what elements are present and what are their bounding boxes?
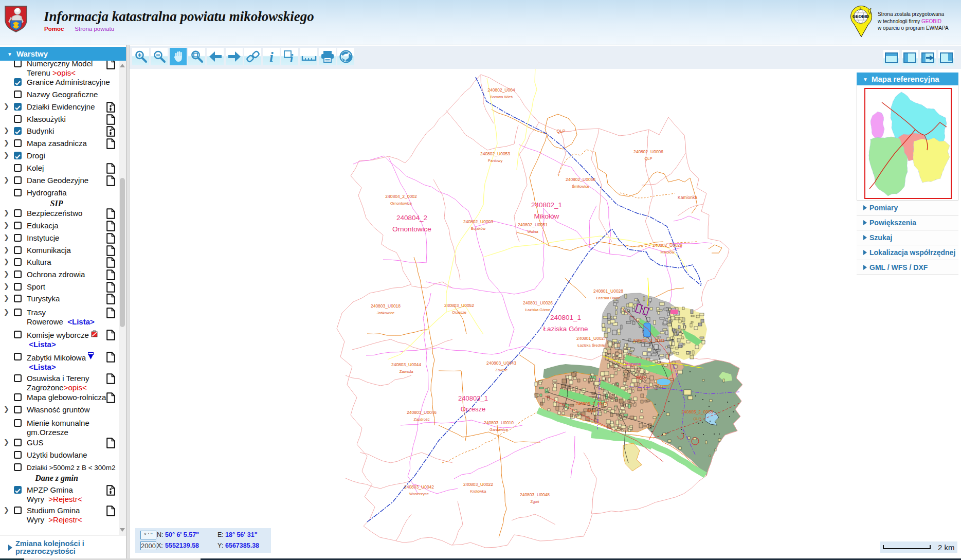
svg-text:Jaśkowice: Jaśkowice xyxy=(377,311,395,315)
svg-text:Orzesze: Orzesze xyxy=(461,405,485,413)
svg-text:QLP: QLP xyxy=(644,156,652,161)
svg-text:240805: 240805 xyxy=(626,362,641,367)
svg-text:240803_U0042: 240803_U0042 xyxy=(404,484,434,490)
svg-text:QLP: QLP xyxy=(693,417,701,421)
svg-text:240805_2_0008: 240805_2_0008 xyxy=(681,409,713,414)
svg-text:i: i xyxy=(269,49,274,64)
svg-text:Ornontowice: Ornontowice xyxy=(390,201,412,206)
svg-text:Orzesze: Orzesze xyxy=(452,310,466,315)
svg-text:240802_U004: 240802_U004 xyxy=(487,87,515,93)
svg-text:Ornontowice: Ornontowice xyxy=(392,225,431,233)
svg-text:Paniowy: Paniowy xyxy=(488,158,503,163)
svg-text:GEOBID: GEOBID xyxy=(853,14,869,19)
svg-text:Śmiłowice: Śmiłowice xyxy=(572,184,589,189)
svg-text:240801_U0026: 240801_U0026 xyxy=(523,300,553,305)
svg-text:240803_U0048: 240803_U0048 xyxy=(520,492,550,497)
svg-text:Mikołów: Mikołów xyxy=(534,212,559,220)
svg-text:240805_2_0012: 240805_2_0012 xyxy=(575,401,607,406)
svg-text:240802_U0051: 240802_U0051 xyxy=(518,222,548,227)
svg-text:240801_U0027: 240801_U0027 xyxy=(576,336,606,341)
svg-text:240803_1: 240803_1 xyxy=(458,394,488,402)
svg-text:240805_2_0041: 240805_2_0041 xyxy=(633,338,665,343)
svg-text:Łaziska Górne: Łaziska Górne xyxy=(525,308,550,312)
svg-text:Gardawice: Gardawice xyxy=(489,427,508,432)
svg-text:Wyry: Wyry xyxy=(587,408,595,413)
svg-text:240802_U0053: 240802_U0053 xyxy=(480,151,510,156)
svg-text:Królówka: Królówka xyxy=(470,489,487,494)
svg-text:240803_U0044: 240803_U0044 xyxy=(391,362,421,367)
svg-text:Wyry: Wyry xyxy=(636,375,647,380)
svg-text:Łaziska Górne: Łaziska Górne xyxy=(543,325,588,333)
svg-text:Łaziska Średnie: Łaziska Średnie xyxy=(577,343,605,348)
svg-text:2 km: 2 km xyxy=(938,543,955,552)
svg-text:240801_1: 240801_1 xyxy=(550,314,581,321)
svg-text:QLP: QLP xyxy=(556,129,565,134)
svg-text:240801_U0028: 240801_U0028 xyxy=(593,288,623,294)
svg-text:i: i xyxy=(289,51,293,64)
svg-text:240804_2_0002: 240804_2_0002 xyxy=(385,194,417,199)
svg-text:Wolna: Wolna xyxy=(527,229,538,234)
svg-text:240802_1: 240802_1 xyxy=(531,201,562,209)
svg-text:Zgoń: Zgoń xyxy=(530,499,539,504)
svg-text:240803_U0046: 240803_U0046 xyxy=(407,410,437,415)
svg-text:240803_U0022: 240803_U0022 xyxy=(463,482,493,487)
svg-text:240804_2: 240804_2 xyxy=(396,214,427,222)
svg-text:Kamionka: Kamionka xyxy=(678,195,697,200)
svg-text:240803_U0043: 240803_U0043 xyxy=(486,360,516,366)
svg-text:240803_U0010: 240803_U0010 xyxy=(484,420,514,425)
svg-text:240802_U0029: 240802_U0029 xyxy=(652,243,682,248)
svg-text:Zawada: Zawada xyxy=(400,369,414,374)
svg-text:240802_U0003: 240802_U0003 xyxy=(463,219,493,224)
svg-text:240802_U0058: 240802_U0058 xyxy=(566,177,595,182)
svg-text:240802_U0006: 240802_U0006 xyxy=(633,149,663,154)
svg-text:Borowa Wieś: Borowa Wieś xyxy=(490,95,513,99)
svg-text:Woszczyce: Woszczyce xyxy=(409,492,429,496)
svg-text:Zazdrość: Zazdrość xyxy=(414,417,430,422)
svg-text:Bujaków: Bujaków xyxy=(471,226,486,231)
svg-text:Zawiść: Zawiść xyxy=(495,368,507,372)
svg-text:240803_U0018: 240803_U0018 xyxy=(371,303,401,309)
svg-text:240803_U0052: 240803_U0052 xyxy=(444,303,474,308)
svg-text:Łaziska Dolne: Łaziska Dolne xyxy=(596,296,620,300)
svg-text:Mikołów: Mikołów xyxy=(660,250,675,255)
